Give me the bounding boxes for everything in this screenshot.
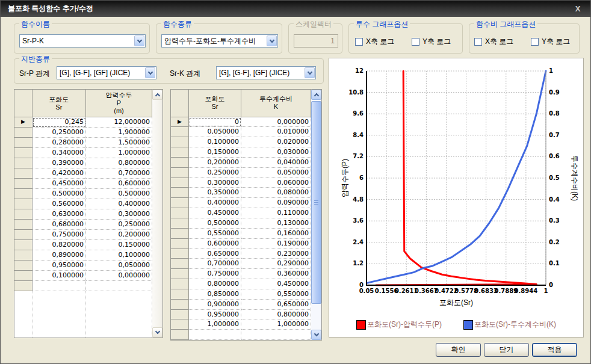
cell[interactable]: 0,820000 xyxy=(32,240,86,250)
row-selector[interactable] xyxy=(14,261,32,271)
cell[interactable]: 0,600000 xyxy=(86,179,152,189)
perm-xlog-label[interactable]: X축 로그 xyxy=(366,37,394,47)
row-selector[interactable] xyxy=(171,147,189,158)
cell[interactable]: 0,290000 xyxy=(241,259,311,269)
moisture-ylog-label[interactable]: Y축 로그 xyxy=(542,37,570,47)
cell[interactable]: 0,160000 xyxy=(241,229,311,239)
cell[interactable]: 0,800000 xyxy=(241,310,311,320)
row-selector[interactable] xyxy=(14,220,32,230)
row-selector[interactable] xyxy=(171,239,189,249)
perm-ylog-checkbox[interactable] xyxy=(412,38,419,46)
cell[interactable]: 0,400000 xyxy=(189,198,241,208)
corner-cell[interactable] xyxy=(171,90,189,117)
cell[interactable]: 0,040000 xyxy=(241,158,311,168)
cell[interactable]: 0,630000 xyxy=(32,209,86,220)
row-selector[interactable] xyxy=(171,269,189,279)
moisture-xlog-checkbox[interactable] xyxy=(474,38,482,46)
cell[interactable]: 0 xyxy=(189,117,241,128)
row-selector[interactable] xyxy=(171,218,189,229)
cell[interactable]: 0,300000 xyxy=(86,209,152,220)
cell[interactable]: 1,000000 xyxy=(241,319,311,330)
row-selector[interactable] xyxy=(171,319,189,330)
cell[interactable]: 0,350000 xyxy=(189,188,241,198)
column-header[interactable]: 압력수두 P (m) xyxy=(86,90,152,117)
row-selector[interactable] xyxy=(14,148,32,158)
cell[interactable]: 0,110000 xyxy=(241,208,311,218)
cell[interactable]: 12,000000 xyxy=(86,117,152,128)
cell[interactable]: 0,700000 xyxy=(86,168,152,179)
cell[interactable]: 0,850000 xyxy=(189,289,241,300)
cell[interactable]: 0,390000 xyxy=(32,158,86,168)
cell[interactable]: 1,500000 xyxy=(86,138,152,148)
cell[interactable]: 0,360000 xyxy=(241,269,311,279)
row-selector[interactable] xyxy=(171,300,189,310)
chevron-down-icon[interactable] xyxy=(134,35,144,46)
cell[interactable]: 0,550000 xyxy=(189,229,241,239)
cell[interactable]: 0,130000 xyxy=(241,218,311,229)
cell[interactable]: 0,800000 xyxy=(86,158,152,168)
cell[interactable]: 0,500000 xyxy=(32,189,86,199)
column-header[interactable]: 포화도 Sr xyxy=(32,90,86,117)
cell[interactable] xyxy=(189,330,241,340)
cell[interactable]: 0,700000 xyxy=(189,259,241,269)
row-selector[interactable] xyxy=(171,249,189,259)
cell[interactable]: 0,250000 xyxy=(32,128,86,138)
cell[interactable]: 0,000000 xyxy=(86,271,152,281)
cell[interactable]: 0,000000 xyxy=(241,117,311,128)
chevron-down-icon[interactable] xyxy=(305,67,315,78)
scroll-up-icon[interactable] xyxy=(311,90,321,100)
row-selector[interactable] xyxy=(14,128,32,138)
cell[interactable]: 0,420000 xyxy=(32,168,86,179)
row-selector[interactable] xyxy=(171,168,189,178)
cell[interactable] xyxy=(241,330,311,340)
cell[interactable]: 0,800000 xyxy=(189,279,241,289)
cell[interactable]: 1,900000 xyxy=(86,128,152,138)
cell[interactable]: 1,000000 xyxy=(189,319,241,330)
apply-button[interactable]: 적용 xyxy=(532,343,577,357)
cell[interactable]: 0,450000 xyxy=(241,279,311,289)
close-icon[interactable]: X xyxy=(572,4,583,13)
cell[interactable]: 0,250000 xyxy=(86,220,152,230)
row-selector[interactable]: ▶ xyxy=(14,117,32,128)
cell[interactable]: 0,340000 xyxy=(32,148,86,158)
row-selector[interactable] xyxy=(14,271,32,281)
column-header[interactable]: 포화도 Sr xyxy=(189,90,241,117)
cell[interactable]: 0,950000 xyxy=(189,310,241,320)
cell[interactable]: 0,680000 xyxy=(32,220,86,230)
chevron-down-icon[interactable] xyxy=(267,35,277,46)
corner-cell[interactable] xyxy=(14,90,32,117)
cell[interactable]: 0,010000 xyxy=(241,127,311,137)
cell[interactable]: 0,100000 xyxy=(86,250,152,261)
cell[interactable]: 0,450000 xyxy=(32,179,86,189)
srk-relation-combobox[interactable]: [G], [G-F], [GF] (JICE) xyxy=(216,66,316,79)
function-name-combobox[interactable]: Sr-P-K xyxy=(19,34,146,48)
moisture-xlog-label[interactable]: X축 로그 xyxy=(485,37,513,47)
cell[interactable]: 0,750000 xyxy=(32,230,86,240)
cell[interactable]: 0,750000 xyxy=(189,269,241,279)
cell[interactable] xyxy=(86,281,152,291)
row-selector[interactable] xyxy=(14,168,32,179)
cell[interactable]: 0,050000 xyxy=(86,261,152,271)
scrollbar-thumb[interactable] xyxy=(311,101,321,304)
cell[interactable]: 0,900000 xyxy=(189,300,241,310)
chevron-down-icon[interactable] xyxy=(145,67,155,78)
cell[interactable]: 0,090000 xyxy=(241,198,311,208)
row-selector[interactable] xyxy=(14,179,32,189)
row-selector[interactable] xyxy=(171,310,189,320)
cell[interactable]: 0,950000 xyxy=(32,261,86,271)
cell[interactable]: 0,400000 xyxy=(86,199,152,209)
cell[interactable]: 0,890000 xyxy=(32,250,86,261)
cell[interactable]: 0,020000 xyxy=(241,137,311,147)
cell[interactable]: 0,560000 xyxy=(32,199,86,209)
row-selector[interactable] xyxy=(171,208,189,218)
cell[interactable]: 0,030000 xyxy=(241,147,311,158)
cell[interactable] xyxy=(32,281,86,291)
scroll-down-icon[interactable] xyxy=(311,330,321,340)
row-selector[interactable] xyxy=(171,137,189,147)
row-selector[interactable] xyxy=(171,158,189,168)
srp-relation-combobox[interactable]: [G], [G-F], [GF] (JICE) xyxy=(57,66,156,79)
cell[interactable]: 0,200000 xyxy=(86,230,152,240)
cell[interactable]: 0,080000 xyxy=(241,188,311,198)
cell[interactable]: 0,050000 xyxy=(189,127,241,137)
row-selector[interactable] xyxy=(171,198,189,208)
